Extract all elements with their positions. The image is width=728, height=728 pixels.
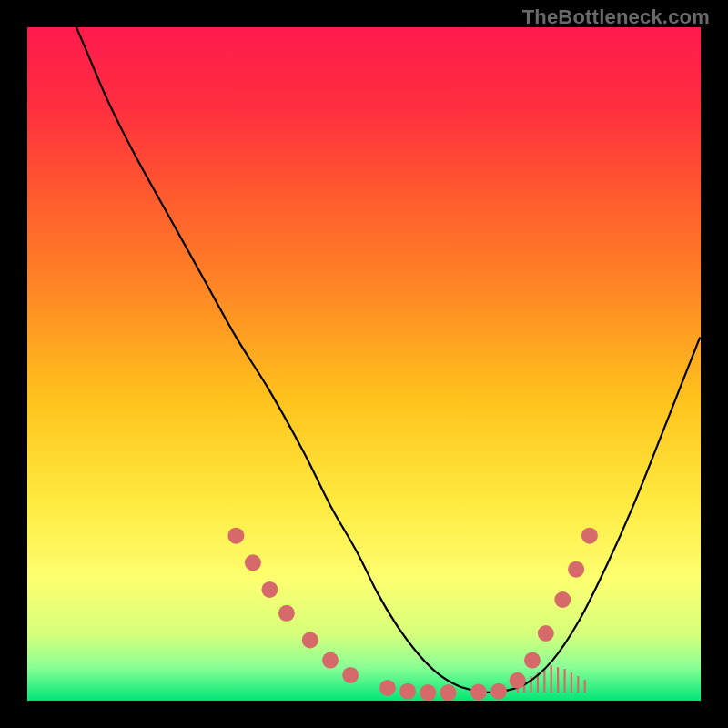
- svg-point-29: [568, 561, 584, 578]
- svg-point-21: [420, 684, 436, 701]
- svg-point-19: [379, 680, 396, 696]
- svg-point-16: [302, 632, 318, 648]
- svg-point-26: [524, 652, 541, 669]
- svg-point-17: [322, 652, 339, 669]
- svg-point-25: [510, 672, 526, 689]
- plot-background: [27, 27, 701, 701]
- svg-point-22: [440, 684, 457, 701]
- bottleneck-chart: [0, 0, 728, 728]
- svg-point-28: [554, 592, 571, 608]
- svg-point-18: [342, 667, 359, 683]
- svg-point-30: [581, 528, 598, 544]
- svg-point-13: [245, 554, 261, 571]
- svg-point-24: [490, 683, 507, 700]
- svg-point-23: [470, 683, 487, 700]
- svg-point-20: [399, 683, 416, 700]
- svg-point-14: [261, 581, 278, 598]
- svg-point-15: [278, 605, 295, 622]
- watermark-text: TheBottleneck.com: [522, 5, 710, 29]
- svg-point-27: [538, 625, 554, 642]
- svg-point-12: [228, 528, 244, 544]
